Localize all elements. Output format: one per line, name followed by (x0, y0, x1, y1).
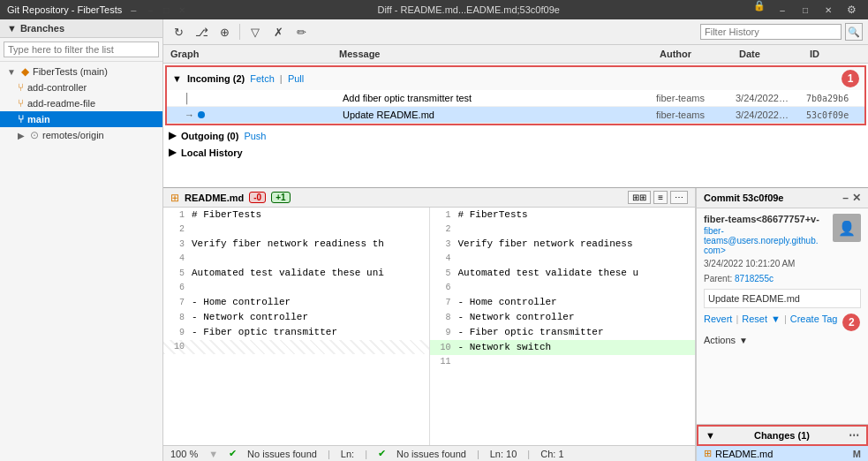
line-content: - Home controller (192, 295, 426, 309)
refresh-btn[interactable]: ↻ (169, 22, 188, 42)
changes-menu-btn[interactable]: ⋯ (849, 429, 859, 442)
badge-1: 1 (842, 70, 859, 87)
title-minimize-btn[interactable]: – (145, 4, 155, 15)
line-num: 2 (167, 223, 185, 237)
outgoing-push-link[interactable]: Push (244, 131, 266, 141)
filter-search-btn[interactable]: 🔍 (845, 23, 863, 41)
right-panel: ↻ ⎇ ⊕ ▽ ✗ ✏ 🔍 Graph Message Author (163, 19, 868, 461)
sidebar-item-remotes-origin[interactable]: ▶ ⊙ remotes/origin (0, 127, 162, 143)
col-date-header: Date (736, 47, 806, 61)
branch-filter-btn[interactable]: ✗ (268, 22, 288, 42)
col-graph-header: Graph (163, 47, 336, 61)
changes-item[interactable]: ⊞ README.md M (697, 446, 868, 461)
line-num: 9 (167, 326, 185, 340)
commit-id: 53c0f09e (803, 109, 864, 122)
sidebar-item-main[interactable]: ⑂ main (0, 111, 162, 127)
outgoing-section[interactable]: ▶ Outgoing (0) Push (163, 127, 868, 144)
diff-side-by-side-btn[interactable]: ⊞⊞ (628, 191, 651, 204)
line-num: 8 (434, 311, 451, 325)
create-tag-link[interactable]: Create Tag (790, 314, 838, 331)
title-close-btn[interactable]: ✕ (177, 4, 187, 15)
title-maximize-btn[interactable]: □ (161, 4, 171, 15)
status-bar: 100 % ▼ ✔ No issues found | Ln: | ✔ No i… (163, 445, 695, 461)
left-status-text: No issues found (247, 449, 317, 459)
commit-message: Add fiber optic transmitter test (339, 91, 653, 105)
line-num: 10 (167, 340, 185, 354)
sidebar-item-label: add-controller (27, 82, 87, 93)
sidebar-item-add-controller[interactable]: ⑂ add-controller (0, 79, 162, 95)
reset-dropdown-icon[interactable]: ▼ (771, 314, 781, 331)
incoming-header: ▼ Incoming (2) Fetch | Pull 1 (167, 67, 864, 90)
expand-icon: ▼ (7, 67, 16, 77)
diff-side-left: 1# FiberTests 2 3Verify fiber network re… (163, 208, 430, 445)
sidebar-item-add-readme-file[interactable]: ⑂ add-readme-file (0, 95, 162, 111)
revert-link[interactable]: Revert (704, 314, 732, 331)
expand-incoming-icon[interactable]: ▼ (172, 73, 182, 84)
link-sep-1: | (736, 314, 738, 331)
diff-title: Diff - README.md...EADME.md;53c0f09e (377, 4, 559, 15)
changes-header[interactable]: ▼ Changes (1) ⋯ (697, 425, 868, 446)
commit-message-box: Update README.md (704, 289, 861, 308)
actions-label: Actions (704, 335, 736, 345)
diff-line: 1# FiberTests (430, 208, 696, 223)
diff-line: 3Verify fiber network readiness (430, 237, 696, 252)
col-message-label: Message (339, 49, 380, 59)
expand-outgoing-icon: ▶ (169, 130, 176, 141)
bottom-pane: ⊞ README.md -0 +1 ⊞⊞ ≡ ⋯ 1# FiberTests 2 (163, 187, 868, 461)
filter-history-input[interactable] (700, 24, 842, 40)
diff-file-icon: ⊞ (170, 192, 179, 204)
minimize-commit-info-btn[interactable]: – (842, 192, 849, 204)
fetch-btn[interactable]: ⎇ (192, 22, 211, 42)
commit-info-panel: Commit 53c0f09e – ✕ 👤 fiber-teams<866777… (696, 188, 868, 461)
diff-line: 4 (430, 252, 696, 266)
commit-parent: Parent: 8718255c (704, 274, 861, 283)
actions-dropdown-icon[interactable]: ▼ (739, 336, 748, 345)
title-controls: 🔒 – □ ✕ ⚙ (750, 0, 861, 19)
col-id-header: ID (806, 47, 868, 61)
col-graph-label: Graph (170, 49, 199, 59)
changes-file-name: README.md (715, 449, 849, 459)
reset-link[interactable]: Reset (742, 314, 767, 331)
push-btn[interactable]: ⊕ (215, 22, 234, 42)
diff-tools: ⊞⊞ ≡ ⋯ (628, 191, 688, 204)
local-history-section[interactable]: ▶ Local History (163, 144, 868, 161)
incoming-fetch-link[interactable]: Fetch (250, 73, 275, 84)
commit-row[interactable]: │ Add fiber optic transmitter test fiber… (167, 90, 864, 107)
commit-id: 7b0a29b6 (803, 92, 864, 105)
status-sep3: | (477, 449, 479, 459)
sidebar-tree: ▼ ◆ FiberTests (main) ⑂ add-controller ⑂… (0, 62, 162, 461)
line-content: - Fiber optic transmitter (192, 325, 426, 339)
title-bar-left: Git Repository - FiberTests – – □ ✕ (7, 4, 187, 15)
commit-row[interactable]: → Update README.md fiber-teams 3/24/2022… (167, 107, 864, 124)
sidebar-item-label: add-readme-file (27, 98, 95, 109)
commit-graph-col: → (167, 108, 339, 122)
clear-btn[interactable]: ✏ (291, 22, 311, 42)
diff-line: 9- Fiber optic transmitter (163, 325, 429, 340)
diff-line: 3Verify fiber network readiness th (163, 237, 429, 252)
diff-unified-btn[interactable]: ≡ (653, 191, 668, 204)
commit-date: 3/24/2022… (732, 108, 803, 122)
sidebar-filter-input[interactable] (4, 42, 159, 57)
actions-row: Actions ▼ (704, 335, 861, 345)
parent-link[interactable]: 8718255c (735, 274, 774, 283)
window-close[interactable]: ✕ (819, 0, 838, 19)
diff-line: 6 (163, 281, 429, 295)
expand-icon: ▶ (18, 131, 25, 140)
commit-action-links: Revert | Reset ▼ | Create Tag 2 (704, 314, 861, 331)
incoming-link-sep: | (280, 73, 283, 84)
window-restore[interactable]: □ (796, 0, 815, 19)
line-num: 5 (434, 267, 451, 281)
sidebar-item-fibertest-repo[interactable]: ▼ ◆ FiberTests (main) (0, 64, 162, 79)
settings-icon[interactable]: ⚙ (842, 0, 861, 19)
sidebar-item-label: remotes/origin (42, 130, 104, 140)
line-num: 3 (434, 238, 451, 252)
diff-line: 7- Home controller (163, 295, 429, 310)
window-minimize[interactable]: – (773, 0, 792, 19)
diff-line-added: 10- Network switch (430, 340, 696, 355)
incoming-pull-link[interactable]: Pull (288, 73, 304, 84)
diff-options-btn[interactable]: ⋯ (670, 191, 688, 204)
commit-dot (198, 111, 205, 118)
close-commit-info-btn[interactable]: ✕ (852, 192, 861, 204)
local-history-label: Local History (181, 147, 243, 158)
filter-btn[interactable]: ▽ (245, 22, 265, 42)
